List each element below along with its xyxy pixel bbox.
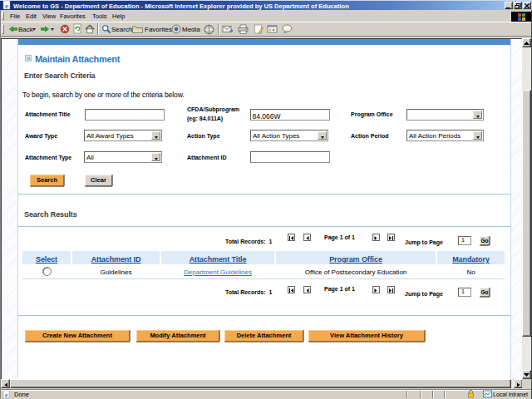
svg-text:e: e bbox=[5, 2, 8, 10]
svg-text:e: e bbox=[5, 392, 8, 399]
